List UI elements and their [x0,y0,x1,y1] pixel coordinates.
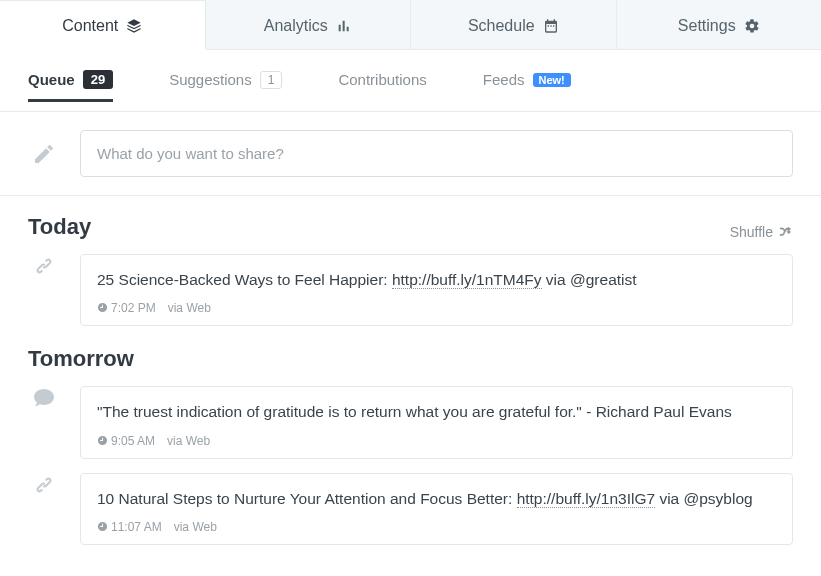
link-icon [28,473,60,497]
tab-settings-label: Settings [678,17,736,35]
post-url: http://buff.ly/1n3IlG7 [517,490,655,508]
chat-icon [28,386,60,410]
subtab-feeds[interactable]: Feeds New! [483,71,571,100]
post-row: 25 Science-Backed Ways to Feel Happier: … [28,254,793,326]
post-time-text: 9:05 AM [111,434,155,448]
subtab-suggestions-label: Suggestions [169,71,252,88]
post-meta: 9:05 AM via Web [97,434,776,448]
tab-content[interactable]: Content [0,0,206,50]
subtab-queue-label: Queue [28,71,75,88]
shuffle-icon [779,225,793,239]
post-card[interactable]: 10 Natural Steps to Nurture Your Attenti… [80,473,793,545]
post-text: 10 Natural Steps to Nurture Your Attenti… [97,488,776,510]
post-time: 11:07 AM [97,520,162,534]
post-row: 10 Natural Steps to Nurture Your Attenti… [28,473,793,545]
day-header-today: Today Shuffle [28,214,793,240]
queue-count-badge: 29 [83,70,113,89]
tab-schedule[interactable]: Schedule [411,0,617,49]
link-icon [28,254,60,278]
calendar-icon [543,18,559,34]
subtab-queue[interactable]: Queue 29 [28,70,113,101]
post-card[interactable]: 25 Science-Backed Ways to Feel Happier: … [80,254,793,326]
tab-analytics-label: Analytics [264,17,328,35]
post-source: via Web [174,520,217,534]
layers-icon [126,18,142,34]
queue-content: Today Shuffle 25 Science-Backed Ways to … [0,196,821,545]
clock-icon [97,521,108,532]
clock-icon [97,435,108,446]
post-url: http://buff.ly/1nTM4Fy [392,271,542,289]
pencil-icon [28,142,60,166]
post-text-suffix: via @greatist [542,271,637,288]
post-time: 9:05 AM [97,434,155,448]
gear-icon [744,18,760,34]
feeds-new-badge: New! [533,73,571,87]
day-header-tomorrow: Tomorrow [28,346,793,372]
main-tabs: Content Analytics Schedule Settings [0,0,821,50]
post-time-text: 7:02 PM [111,301,156,315]
tab-settings[interactable]: Settings [617,0,822,49]
post-text: 25 Science-Backed Ways to Feel Happier: … [97,269,776,291]
composer-row [0,112,821,196]
post-source: via Web [168,301,211,315]
suggestions-count-badge: 1 [260,71,283,89]
post-row: "The truest indication of gratitude is t… [28,386,793,458]
post-text-prefix: 10 Natural Steps to Nurture Your Attenti… [97,490,517,507]
post-meta: 7:02 PM via Web [97,301,776,315]
post-meta: 11:07 AM via Web [97,520,776,534]
composer-input[interactable] [80,130,793,177]
sub-tabs: Queue 29 Suggestions 1 Contributions Fee… [0,50,821,112]
post-text: "The truest indication of gratitude is t… [97,401,776,423]
tab-analytics[interactable]: Analytics [206,0,412,49]
day-title-today: Today [28,214,91,240]
post-text-prefix: 25 Science-Backed Ways to Feel Happier: [97,271,392,288]
post-source: via Web [167,434,210,448]
subtab-contributions-label: Contributions [338,71,426,88]
post-text-suffix: via @psyblog [655,490,753,507]
subtab-contributions[interactable]: Contributions [338,71,426,100]
clock-icon [97,302,108,313]
shuffle-label: Shuffle [730,224,773,240]
subtab-feeds-label: Feeds [483,71,525,88]
day-title-tomorrow: Tomorrow [28,346,134,372]
post-text-prefix: "The truest indication of gratitude is t… [97,403,732,420]
tab-schedule-label: Schedule [468,17,535,35]
shuffle-button[interactable]: Shuffle [730,224,793,240]
post-card[interactable]: "The truest indication of gratitude is t… [80,386,793,458]
post-time-text: 11:07 AM [111,520,162,534]
tab-content-label: Content [62,17,118,35]
subtab-suggestions[interactable]: Suggestions 1 [169,71,282,101]
post-time: 7:02 PM [97,301,156,315]
chart-icon [336,18,352,34]
